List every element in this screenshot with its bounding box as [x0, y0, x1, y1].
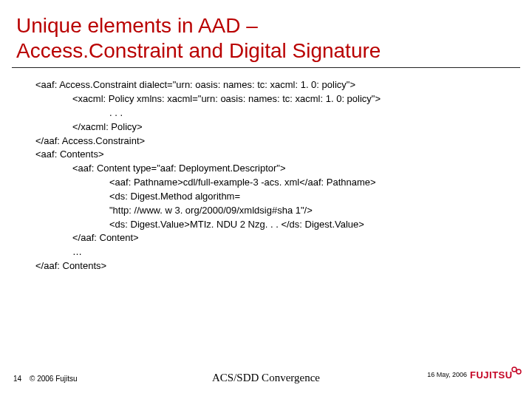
code-line: …: [72, 245, 510, 259]
footer-date: 16 May, 2006: [427, 371, 467, 378]
svg-point-2: [516, 369, 521, 374]
code-line: <xacml: Policy xmlns: xacml="urn: oasis:…: [72, 92, 510, 106]
code-line: <aaf: Content type="aaf: Deployment.Desc…: [72, 162, 510, 176]
code-line: </aaf: Content>: [72, 231, 510, 245]
code-line: </aaf: Contents>: [35, 259, 510, 273]
title-line-2: Access.Constraint and Digital Signature: [16, 39, 381, 62]
code-line: <aaf: Access.Constraint dialect="urn: oa…: [35, 78, 510, 92]
svg-point-1: [512, 367, 516, 372]
footer: 14 © 2006 Fujitsu ACS/SDD Convergence 16…: [0, 362, 532, 392]
page-number: 14: [13, 375, 21, 383]
copyright: © 2006 Fujitsu: [30, 375, 78, 383]
slide: Unique elements in AAD – Access.Constrai…: [0, 0, 532, 399]
code-line: <aaf: Contents>: [35, 148, 510, 162]
code-block: <aaf: Access.Constraint dialect="urn: oa…: [0, 68, 532, 273]
title-line-1: Unique elements in AAD –: [16, 14, 258, 37]
footer-title: ACS/SDD Convergence: [212, 372, 320, 384]
code-line: . . .: [109, 106, 510, 120]
slide-title: Unique elements in AAD – Access.Constrai…: [0, 0, 532, 67]
code-line: <aaf: Pathname>cdl/full-example-3 -acs. …: [109, 176, 510, 190]
code-line: <ds: Digest.Value>MTIz. NDU 2 Nzg. . . <…: [109, 218, 510, 232]
code-line: </aaf: Access.Constraint>: [35, 134, 510, 149]
svg-text:FUJITSU: FUJITSU: [470, 369, 513, 381]
fujitsu-logo: FUJITSU: [470, 365, 522, 386]
code-line: <ds: Digest.Method algorithm=: [109, 190, 510, 204]
code-line: "http: //www. w 3. org/2000/09/xmldsig#s…: [109, 204, 510, 218]
code-line: </xacml: Policy>: [72, 120, 510, 134]
